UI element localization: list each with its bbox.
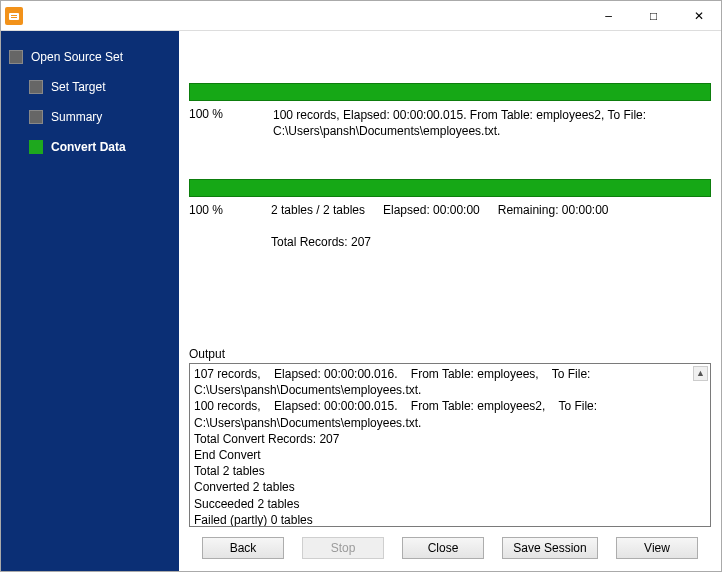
back-button[interactable]: Back [202, 537, 284, 559]
sidebar-item-set-target[interactable]: Set Target [1, 75, 179, 99]
overall-elapsed: Elapsed: 00:00:00 [383, 203, 480, 217]
wizard-sidebar: Open Source Set Set Target Summary Conve… [1, 31, 179, 571]
task-progress-detail: 100 records, Elapsed: 00:00:00.015. From… [273, 107, 711, 139]
step-box-icon [9, 50, 23, 64]
task-progress-bar [189, 83, 711, 101]
output-text-area[interactable]: ▲ 107 records, Elapsed: 00:00:00.016. Fr… [189, 363, 711, 527]
output-label: Output [189, 347, 711, 363]
view-button[interactable]: View [616, 537, 698, 559]
overall-tables: 2 tables / 2 tables [271, 203, 365, 217]
overall-remaining: Remaining: 00:00:00 [498, 203, 609, 217]
sidebar-item-label: Convert Data [51, 140, 126, 154]
sidebar-item-convert-data[interactable]: Convert Data [1, 135, 179, 159]
overall-total-records: Total Records: 207 [271, 235, 371, 249]
sidebar-item-label: Set Target [51, 80, 105, 94]
task-progress-percent: 100 % [189, 107, 249, 139]
sidebar-item-open-source-set[interactable]: Open Source Set [1, 45, 179, 69]
task-progress-block: 100 % 100 records, Elapsed: 00:00:00.015… [189, 83, 711, 139]
sidebar-item-summary[interactable]: Summary [1, 105, 179, 129]
step-box-icon [29, 80, 43, 94]
close-window-button[interactable]: ✕ [676, 1, 721, 30]
overall-progress-block: 100 % 2 tables / 2 tables Elapsed: 00:00… [189, 179, 711, 249]
stop-button: Stop [302, 537, 384, 559]
step-box-icon [29, 110, 43, 124]
close-button[interactable]: Close [402, 537, 484, 559]
app-icon [5, 7, 23, 25]
step-box-icon [29, 140, 43, 154]
overall-progress-percent: 100 % [189, 203, 247, 249]
overall-progress-bar [189, 179, 711, 197]
maximize-button[interactable]: □ [631, 1, 676, 30]
save-session-button[interactable]: Save Session [502, 537, 598, 559]
window-controls: – □ ✕ [586, 1, 721, 30]
svg-rect-1 [11, 15, 17, 16]
sidebar-item-label: Open Source Set [31, 50, 123, 64]
button-bar: Back Stop Close Save Session View [179, 527, 721, 571]
minimize-button[interactable]: – [586, 1, 631, 30]
output-lines: 107 records, Elapsed: 00:00:00.016. From… [194, 366, 706, 527]
svg-rect-0 [9, 13, 19, 20]
main-panel: 100 % 100 records, Elapsed: 00:00:00.015… [179, 31, 721, 571]
svg-rect-2 [11, 17, 17, 18]
sidebar-item-label: Summary [51, 110, 102, 124]
scroll-up-icon[interactable]: ▲ [693, 366, 708, 381]
titlebar: – □ ✕ [1, 1, 721, 31]
